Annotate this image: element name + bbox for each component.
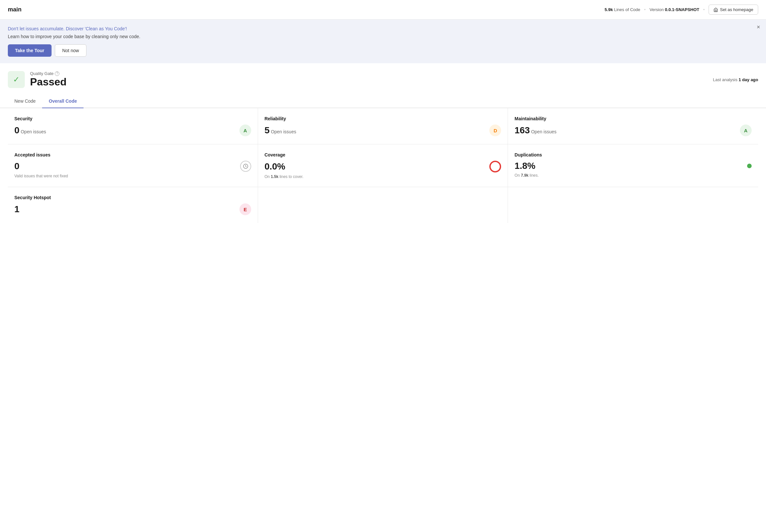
banner-close-button[interactable]: ×	[757, 24, 760, 30]
version-info: Version 0.0.1-SNAPSHOT	[650, 7, 699, 12]
banner-actions: Take the Tour Not now	[8, 44, 758, 57]
maintainability-value: 163	[514, 125, 530, 135]
security-grade[interactable]: A	[240, 125, 251, 136]
metric-duplications: Duplications 1.8% On 7.9k lines.	[508, 144, 758, 187]
not-now-button[interactable]: Not now	[55, 44, 86, 57]
metric-accepted-issues: Accepted issues 0 Valid issues that were…	[8, 144, 258, 187]
home-icon	[714, 7, 718, 12]
maintainability-value-row: 163 Open issues A	[514, 125, 752, 136]
duplications-value-row: 1.8%	[514, 161, 752, 171]
security-value: 0	[14, 125, 20, 135]
reliability-value: 5	[265, 125, 270, 135]
metric-maintainability: Maintainability 163 Open issues A	[508, 108, 758, 144]
maintainability-sub: Open issues	[531, 129, 556, 134]
metric-placeholder-2	[508, 187, 758, 223]
coverage-label: Coverage	[265, 152, 501, 157]
page-header: main 5.9k Lines of Code • Version 0.0.1-…	[0, 0, 766, 20]
accepted-issues-label: Accepted issues	[14, 152, 251, 157]
metrics-row-3: Security Hotspot 1 E	[8, 187, 758, 223]
security-hotspot-value-row: 1 E	[14, 203, 251, 215]
coverage-value-row: 0.0%	[265, 161, 501, 172]
separator-dot-2: •	[703, 7, 705, 12]
reliability-label: Reliability	[265, 116, 501, 121]
quality-gate-status: Passed	[30, 76, 66, 88]
security-label: Security	[14, 116, 251, 121]
duplications-indicator	[747, 164, 752, 168]
tab-overall-code[interactable]: Overall Code	[42, 95, 83, 108]
page-title: main	[8, 6, 22, 13]
maintainability-value-group: 163 Open issues	[514, 125, 556, 136]
lines-of-code: 5.9k Lines of Code	[605, 7, 640, 12]
separator-dot: •	[644, 7, 646, 12]
quality-gate-icon: ✓	[8, 71, 25, 88]
duplications-label: Duplications	[514, 152, 752, 157]
refresh-icon	[243, 163, 249, 169]
code-tabs: New Code Overall Code	[0, 95, 766, 108]
quality-gate-text: Quality Gate ? Passed	[30, 71, 66, 88]
security-hotspot-value: 1	[14, 204, 20, 214]
quality-gate-info-icon[interactable]: ?	[55, 71, 59, 76]
maintainability-grade[interactable]: A	[740, 125, 752, 136]
banner-description: Learn how to improve your code base by c…	[8, 34, 758, 39]
metric-coverage: Coverage 0.0% On 1.5k lines to cover.	[258, 144, 508, 187]
set-homepage-button[interactable]: Set as homepage	[709, 5, 758, 15]
tab-new-code[interactable]: New Code	[8, 95, 42, 108]
accepted-issues-value-row: 0	[14, 161, 251, 172]
accepted-issues-desc: Valid issues that were not fixed	[14, 174, 251, 178]
reliability-value-group: 5 Open issues	[265, 125, 296, 136]
metrics-grid: Security 0 Open issues A Reliability 5 O…	[0, 108, 766, 223]
metrics-row-1: Security 0 Open issues A Reliability 5 O…	[8, 108, 758, 144]
security-hotspot-label: Security Hotspot	[14, 195, 251, 200]
metric-reliability: Reliability 5 Open issues D	[258, 108, 508, 144]
duplications-value: 1.8%	[514, 161, 535, 171]
last-analysis: Last analysis 1 day ago	[713, 77, 758, 82]
metrics-row-2: Accepted issues 0 Valid issues that were…	[8, 144, 758, 187]
take-tour-button[interactable]: Take the Tour	[8, 44, 52, 57]
info-banner: × Don't let issues accumulate. Discover …	[0, 20, 766, 63]
header-meta: 5.9k Lines of Code • Version 0.0.1-SNAPS…	[605, 5, 758, 15]
security-hotspot-value-group: 1	[14, 204, 20, 214]
metric-placeholder-1	[258, 187, 508, 223]
maintainability-label: Maintainability	[514, 116, 752, 121]
metric-security: Security 0 Open issues A	[8, 108, 258, 144]
quality-gate-label: Quality Gate ?	[30, 71, 66, 76]
reliability-value-row: 5 Open issues D	[265, 125, 501, 136]
accepted-issues-value-group: 0	[14, 161, 20, 171]
duplications-value-group: 1.8%	[514, 161, 535, 171]
quality-gate-section: ✓ Quality Gate ? Passed Last analysis 1 …	[0, 63, 766, 88]
accepted-issues-value: 0	[14, 161, 20, 171]
security-value-row: 0 Open issues A	[14, 125, 251, 136]
duplications-desc: On 7.9k lines.	[514, 173, 752, 178]
metric-security-hotspot: Security Hotspot 1 E	[8, 187, 258, 223]
coverage-value: 0.0%	[265, 161, 286, 171]
accepted-issues-icon	[240, 161, 251, 172]
coverage-desc: On 1.5k lines to cover.	[265, 174, 501, 179]
coverage-indicator	[489, 161, 501, 172]
security-hotspot-grade[interactable]: E	[240, 203, 251, 215]
reliability-sub: Open issues	[271, 129, 296, 134]
security-value-group: 0 Open issues	[14, 125, 46, 136]
banner-link[interactable]: Don't let issues accumulate. Discover 'C…	[8, 26, 127, 31]
security-sub: Open issues	[21, 129, 46, 134]
quality-gate-left: ✓ Quality Gate ? Passed	[8, 71, 66, 88]
reliability-grade[interactable]: D	[489, 125, 501, 136]
coverage-value-group: 0.0%	[265, 161, 286, 172]
